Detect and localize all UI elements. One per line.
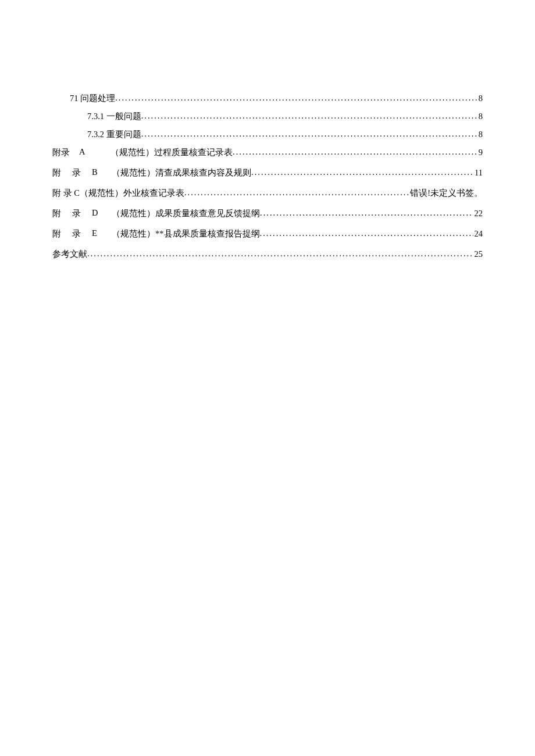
toc-page: 25 xyxy=(473,249,483,259)
toc-item-problem-handling: 71 问题处理 8 xyxy=(52,93,483,104)
toc-item-appendix-d: 附 录 D （规范性）成果质量核查意见反馈提纲 22 xyxy=(52,208,483,219)
toc-item-appendix-a: 附录 A （规范性）过程质量核查记录表 9 xyxy=(52,147,483,158)
toc-error-text: 错误!未定义书签。 xyxy=(410,188,483,199)
toc-item-appendix-e: 附 录 E （规范性）**县成果质量核查报告提纲 24 xyxy=(52,228,483,239)
toc-item-appendix-b: 附 录 B （规范性）清查成果核查内容及规则 11 xyxy=(52,167,483,178)
toc-title: 7.3.2 重要问题 xyxy=(87,129,141,140)
toc-appendix-tag: 附 录 E xyxy=(52,228,112,239)
toc-leaders xyxy=(115,93,477,103)
toc-appendix-tag: 附录 A xyxy=(52,147,110,158)
toc-leaders xyxy=(87,249,473,259)
toc-title: 7.3.1 一般问题 xyxy=(87,111,141,122)
toc-title: 附 录 C（规范性）外业核查记录表 xyxy=(52,188,184,199)
toc-title: 71 问题处理 xyxy=(70,93,115,104)
toc-item-general-problems: 7.3.1 一般问题 8 xyxy=(52,111,483,122)
toc-appendix-tag: 附 录 D xyxy=(52,208,112,219)
toc-container: 71 问题处理 8 7.3.1 一般问题 8 7.3.2 重要问题 8 附录 A… xyxy=(52,93,483,260)
toc-item-references: 参考文献 25 xyxy=(52,249,483,260)
toc-page: 8 xyxy=(477,94,483,103)
toc-page: 24 xyxy=(473,229,483,239)
toc-leaders xyxy=(233,147,477,157)
toc-page: 8 xyxy=(477,112,483,121)
toc-leaders xyxy=(260,228,473,238)
toc-item-appendix-c: 附 录 C（规范性）外业核查记录表 错误!未定义书签。 xyxy=(52,188,483,199)
toc-title: （规范性）清查成果核查内容及规则 xyxy=(112,167,251,178)
toc-leaders xyxy=(184,188,410,198)
toc-title: （规范性）成果质量核查意见反馈提纲 xyxy=(112,208,260,219)
toc-title: （规范性）**县成果质量核查报告提纲 xyxy=(112,228,260,239)
toc-item-important-problems: 7.3.2 重要问题 8 xyxy=(52,129,483,140)
toc-appendix-tag: 附 录 B xyxy=(52,167,112,178)
toc-leaders xyxy=(251,167,473,177)
toc-page: 9 xyxy=(477,148,483,157)
toc-title: （规范性）过程质量核查记录表 xyxy=(110,147,233,158)
toc-page: 11 xyxy=(473,168,483,178)
toc-leaders xyxy=(260,208,473,218)
toc-title: 参考文献 xyxy=(52,249,87,260)
toc-leaders xyxy=(141,129,477,139)
toc-page: 8 xyxy=(477,130,483,139)
toc-page: 22 xyxy=(473,209,483,218)
toc-leaders xyxy=(141,111,477,121)
